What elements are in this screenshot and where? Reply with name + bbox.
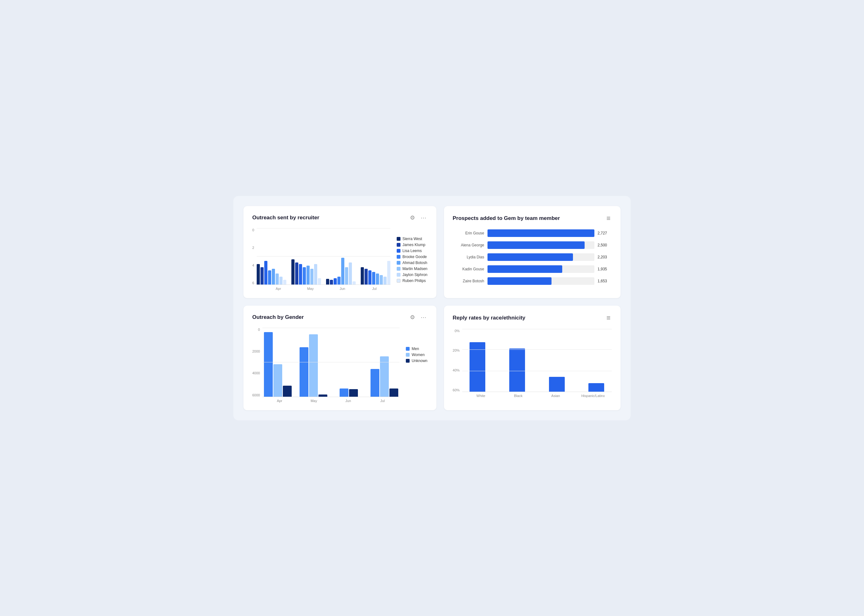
legend-label: Brooke Goode — [402, 255, 427, 259]
h-bar-row-erin: Erin Gouse 2,727 — [453, 229, 612, 237]
reply-race-title: Reply rates by race/ethnicity — [453, 315, 526, 321]
bar — [314, 264, 317, 284]
y-label: 6000 — [252, 393, 260, 397]
legend-color — [397, 237, 400, 241]
gender-y-axis-area: 6000 4000 2000 0 — [252, 328, 399, 397]
outreach-recruiter-title: Outreach sent by recruiter — [252, 215, 319, 221]
unknown-bar-apr — [283, 386, 292, 397]
legend-color — [397, 261, 400, 265]
filter-button-race[interactable]: ≡ — [605, 313, 612, 323]
men-bar-may — [300, 347, 308, 397]
legend-item-unknown: Unknown — [406, 358, 427, 363]
prospects-h-bar-chart: Erin Gouse 2,727 Alena George 2,500 Lydi… — [453, 229, 612, 285]
legend-gender: Men Women Unknown — [406, 328, 427, 403]
legend-item-ahmad: Ahmad Botosh — [397, 261, 427, 265]
card-header-race: Reply rates by race/ethnicity ≡ — [453, 313, 612, 323]
h-bar-track — [487, 253, 594, 261]
bar — [334, 278, 337, 284]
settings-button-3[interactable]: ⚙ — [409, 313, 416, 321]
men-bar-jun — [340, 388, 348, 397]
legend-item-jaylon: Jaylon Siphron — [397, 273, 427, 277]
race-bar-col-asian — [541, 377, 572, 392]
h-bar-row-kadin: Kadin Gouse 1,935 — [453, 265, 612, 273]
bar — [268, 270, 271, 284]
h-bar-label: Alena George — [453, 243, 484, 247]
h-bar-row-alena: Alena George 2,500 — [453, 241, 612, 249]
legend-color — [397, 273, 400, 277]
gender-x-labels: Apr May Jun Jul — [252, 399, 399, 403]
x-label-jul-g: Jul — [366, 399, 400, 403]
dashboard: Outreach sent by recruiter ⚙ ⋯ 6 4 2 0 — [233, 196, 631, 420]
card-actions-3: ⚙ ⋯ — [409, 313, 427, 321]
legend-color-men — [406, 347, 410, 351]
h-bar-label: Kadin Gouse — [453, 267, 484, 271]
h-bar-value: 1,935 — [598, 267, 612, 271]
bar — [276, 273, 279, 284]
h-bar-fill — [487, 229, 594, 237]
h-bar-fill — [487, 253, 573, 261]
unknown-bar-jul — [389, 388, 398, 397]
h-bar-label: Erin Gouse — [453, 231, 484, 236]
more-button-1[interactable]: ⋯ — [419, 214, 427, 222]
gender-bar-group-jun — [334, 388, 364, 397]
bar — [283, 280, 286, 284]
race-chart: 60% 40% 20% 0% — [453, 329, 612, 398]
bar — [260, 267, 263, 284]
bar — [299, 264, 302, 284]
race-bars-area — [462, 329, 612, 392]
h-bar-track — [487, 229, 594, 237]
race-x-label-asian: Asian — [537, 394, 574, 398]
y-label: 4000 — [252, 371, 260, 375]
legend-label: James Klump — [402, 243, 426, 247]
unknown-bar-jun — [349, 389, 358, 397]
bar — [318, 278, 321, 284]
legend-color — [397, 255, 400, 259]
legend-item-men: Men — [406, 347, 427, 351]
legend-label: Lisa Leems — [402, 248, 422, 253]
bar-group-jul — [361, 261, 390, 284]
more-button-3[interactable]: ⋯ — [419, 313, 427, 321]
h-bar-fill — [487, 277, 552, 285]
women-bar-may — [309, 334, 318, 397]
card-header-prospects: Prospects added to Gem by team member ≡ — [453, 214, 612, 223]
bars-area-1 — [257, 228, 390, 285]
bar — [326, 279, 329, 284]
legend-label: Sierra West — [402, 237, 422, 241]
h-bar-row-zaire: Zaire Botosh 1,653 — [453, 277, 612, 285]
bar — [272, 269, 275, 284]
legend-item-sierra: Sierra West — [397, 237, 427, 241]
x-label-jun-g: Jun — [331, 399, 366, 403]
y-label: 0 — [252, 328, 260, 332]
bar — [364, 269, 368, 284]
legend-label: Ahmad Botosh — [402, 261, 427, 265]
y-label: 6 — [252, 281, 254, 285]
legend-label: Jaylon Siphron — [402, 273, 427, 277]
h-bar-value: 2,500 — [598, 243, 612, 247]
h-bar-track — [487, 277, 594, 285]
legend-color — [397, 249, 400, 253]
legend-label-women: Women — [412, 353, 424, 357]
race-bar-col-black — [502, 349, 533, 392]
bar — [292, 259, 295, 284]
y-axis-1: 6 4 2 0 — [252, 228, 257, 285]
race-x-labels: White Black Asian Hispanic/Latinx — [462, 394, 612, 398]
legend-label-unknown: Unknown — [412, 358, 427, 363]
gridline-67 — [462, 371, 612, 371]
bar — [372, 272, 375, 284]
outreach-gender-card: Outreach by Gender ⚙ ⋯ 6000 4000 2000 0 — [243, 306, 437, 410]
women-bar-jul — [380, 357, 389, 397]
bar-group-may — [292, 259, 321, 284]
race-bar-asian — [549, 377, 565, 392]
legend-item-lisa: Lisa Leems — [397, 248, 427, 253]
race-chart-inner: 60% 40% 20% 0% — [453, 329, 612, 398]
legend-recruiter: Sierra West James Klump Lisa Leems Brook… — [397, 228, 427, 291]
settings-button-1[interactable]: ⚙ — [409, 214, 416, 222]
legend-item-james: James Klump — [397, 243, 427, 247]
filter-button-prospects[interactable]: ≡ — [605, 214, 612, 223]
legend-color-unknown — [406, 359, 410, 363]
bar — [368, 270, 372, 284]
bar — [257, 264, 260, 284]
gender-bar-group-may — [298, 334, 329, 397]
bar — [353, 281, 356, 284]
x-labels-1: Apr May Jun Jul — [252, 287, 390, 291]
